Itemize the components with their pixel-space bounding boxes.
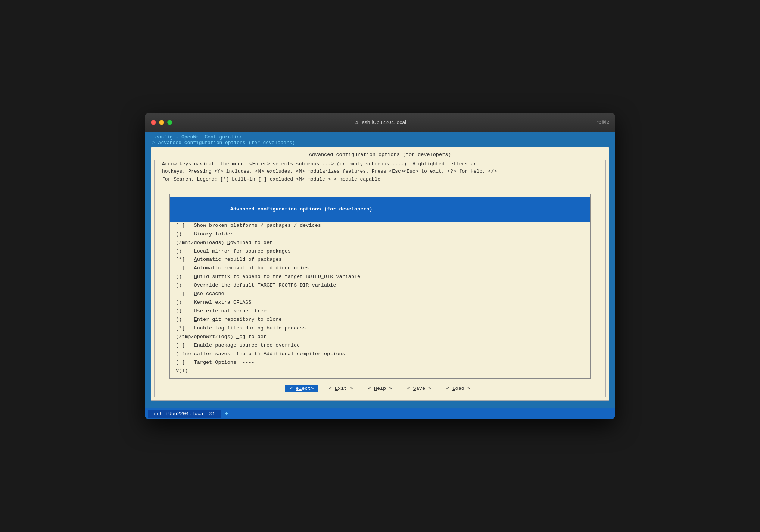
exit-button[interactable]: < Exit > <box>324 385 358 392</box>
window-shortcut: ⌥⌘2 <box>596 119 609 125</box>
menu-item-external-kernel[interactable]: () Use external kernel tree <box>170 307 590 316</box>
select-button[interactable]: < elect> <box>285 385 318 392</box>
menu-item-target-opts[interactable]: [ ] Target Options ---- <box>170 359 590 367</box>
tab-bar: ssh iUbu2204.local ⌘1 + <box>145 408 615 419</box>
menu-item-auto-rebuild[interactable]: [*] Automatic rebuild of packages <box>170 256 590 264</box>
tab-label: ssh iUbu2204.local <box>154 411 206 417</box>
menu-item-log-folder[interactable]: (/tmp/openwrt/logs) Log folder <box>170 333 590 341</box>
button-bar: < elect> < Exit > < Help > < Save > < Lo… <box>154 382 606 397</box>
breadcrumb: .config - OpenWrt Configuration > Advanc… <box>148 133 612 147</box>
menu-item-use-ccache[interactable]: [ ] Use ccache <box>170 290 590 298</box>
help-line2: hotkeys. Pressing <Y> includes, <N> excl… <box>162 168 598 176</box>
terminal-window: 🖥 ssh iUbu2204.local ⌥⌘2 .config - OpenW… <box>145 113 615 420</box>
save-button[interactable]: < Save > <box>402 385 436 392</box>
breadcrumb-line2: > Advanced configuration options (for de… <box>152 140 608 145</box>
menu-container: Advanced configuration options (for deve… <box>151 147 609 401</box>
menu-item-auto-removal[interactable]: [ ] Automatic removal of build directori… <box>170 264 590 273</box>
terminal-body: .config - OpenWrt Configuration > Advanc… <box>145 132 615 420</box>
menu-item-build-suffix[interactable]: () Build suffix to append to the target … <box>170 273 590 281</box>
breadcrumb-area: .config - OpenWrt Configuration > Advanc… <box>145 132 615 409</box>
spacer <box>154 188 606 191</box>
menu-item-pkg-source[interactable]: [ ] Enable package source tree override <box>170 341 590 350</box>
menu-item-git-repo[interactable]: () Enter git repository to clone <box>170 316 590 324</box>
tab-ssh[interactable]: ssh iUbu2204.local ⌘1 <box>148 410 221 418</box>
help-button[interactable]: < Help > <box>364 385 397 392</box>
traffic-lights <box>151 120 172 125</box>
bottom-spacer <box>148 404 612 408</box>
menu-item-override-rootfs[interactable]: () Override the default TARGET_ROOTFS_DI… <box>170 281 590 290</box>
close-button[interactable] <box>151 120 156 125</box>
help-line3: for Search. Legend: [*] built-in [ ] exc… <box>162 176 598 184</box>
breadcrumb-line1: .config - OpenWrt Configuration <box>152 134 608 140</box>
help-text: Arrow keys navigate the menu. <Enter> se… <box>154 160 606 188</box>
tab-shortcut: ⌘1 <box>209 411 215 417</box>
menu-item-kernel-cflags[interactable]: () Kernel extra CFLAGS <box>170 298 590 307</box>
menu-item-broken-platforms[interactable]: [ ] Show broken platforms / packages / d… <box>170 222 590 230</box>
window-title: 🖥 ssh iUbu2204.local <box>354 119 406 125</box>
menu-item-local-mirror[interactable]: () Local mirror for source packages <box>170 247 590 256</box>
menu-item-compiler-opts[interactable]: (-fno-caller-saves -fno-plt) Additional … <box>170 350 590 359</box>
menu-item-log-files[interactable]: [*] Enable log files during build proces… <box>170 324 590 333</box>
title-bar: 🖥 ssh iUbu2204.local ⌥⌘2 <box>145 113 615 132</box>
minimize-button[interactable] <box>159 120 164 125</box>
help-line1: Arrow keys navigate the menu. <Enter> se… <box>162 160 598 168</box>
menu-items-box: --- Advanced configuration options (for … <box>169 194 591 379</box>
menu-item-header[interactable]: --- Advanced configuration options (for … <box>170 197 590 222</box>
maximize-button[interactable] <box>167 120 172 125</box>
menu-item-binary-folder[interactable]: () Binary folder <box>170 230 590 239</box>
menu-title: Advanced configuration options (for deve… <box>151 150 609 160</box>
menu-item-vplus[interactable]: v(+) <box>170 367 590 375</box>
header-text: Advanced configuration options (for deve… <box>230 206 373 212</box>
menu-item-download-folder[interactable]: (/mnt/downloads) Download folder <box>170 239 590 247</box>
load-button[interactable]: < Load > <box>442 385 475 392</box>
new-tab-button[interactable]: + <box>222 410 231 417</box>
inner-menu: --- Advanced configuration options (for … <box>154 191 606 382</box>
terminal-icon: 🖥 <box>354 119 359 125</box>
